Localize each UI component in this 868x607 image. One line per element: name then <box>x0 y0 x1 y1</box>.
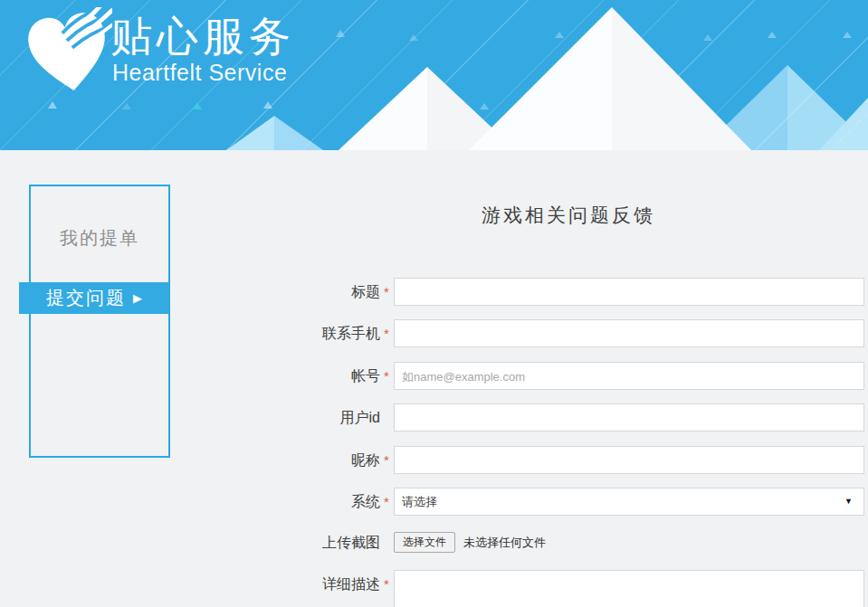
form-row-nickname: 昵称 * <box>299 446 856 474</box>
field-label: 标题 <box>299 278 380 306</box>
account-input[interactable] <box>394 362 864 390</box>
active-arrow-icon: ▶ <box>133 291 142 305</box>
form-row-userid: 用户id * <box>299 403 856 432</box>
sidebar-item-my-tickets[interactable]: 我的提单 <box>29 226 170 251</box>
header-banner: 贴心服务 Heartfelt Service <box>0 0 868 150</box>
form-row-system: 系统 * 请选择 ▼ <box>299 488 856 516</box>
form-row-screenshot: 上传截图 * 选择文件 未选择任何文件 <box>299 532 856 554</box>
form-row-title: 标题 * <box>299 278 856 306</box>
page: 贴心服务 Heartfelt Service 我的提单 提交问题 ▶ 游戏相关问… <box>0 0 868 607</box>
nickname-input[interactable] <box>394 446 864 474</box>
system-select[interactable]: 请选择 ▼ <box>394 488 864 516</box>
required-star: * <box>384 362 391 390</box>
file-status-text: 未选择任何文件 <box>463 532 546 554</box>
field-label: 详细描述 <box>299 570 380 598</box>
choose-file-button[interactable]: 选择文件 <box>394 532 455 553</box>
required-star: * <box>384 319 391 347</box>
sidebar-item-label: 提交问题 <box>46 286 126 310</box>
heart-logo-icon <box>25 7 112 101</box>
field-label: 昵称 <box>299 446 380 474</box>
sidebar-item-submit-question[interactable]: 提交问题 ▶ <box>19 282 169 314</box>
title-input[interactable] <box>394 278 864 306</box>
logo-subtitle: Heartfelt Service <box>112 60 287 86</box>
required-star: * <box>384 278 391 306</box>
field-label: 用户id <box>299 403 380 432</box>
page-title: 游戏相关问题反馈 <box>281 203 856 228</box>
system-select-value: 请选择 <box>402 488 437 515</box>
description-textarea[interactable] <box>394 570 864 607</box>
form-row-phone: 联系手机 * <box>299 319 856 347</box>
sidebar-item-label: 我的提单 <box>60 228 139 248</box>
form-row-account: 帐号 * <box>299 362 856 390</box>
form-row-description: 详细描述 * <box>299 570 856 607</box>
field-label: 联系手机 <box>299 319 380 347</box>
logo-title: 贴心服务 <box>110 9 295 65</box>
phone-input[interactable] <box>394 319 864 347</box>
chevron-down-icon: ▼ <box>844 488 853 515</box>
field-label: 上传截图 <box>299 532 380 554</box>
field-label: 系统 <box>299 488 380 516</box>
userid-input[interactable] <box>394 403 864 432</box>
required-star: * <box>384 446 391 474</box>
field-label: 帐号 <box>299 362 380 390</box>
required-star: * <box>384 488 391 516</box>
logo: 贴心服务 Heartfelt Service <box>25 5 324 105</box>
required-star: * <box>384 570 391 598</box>
